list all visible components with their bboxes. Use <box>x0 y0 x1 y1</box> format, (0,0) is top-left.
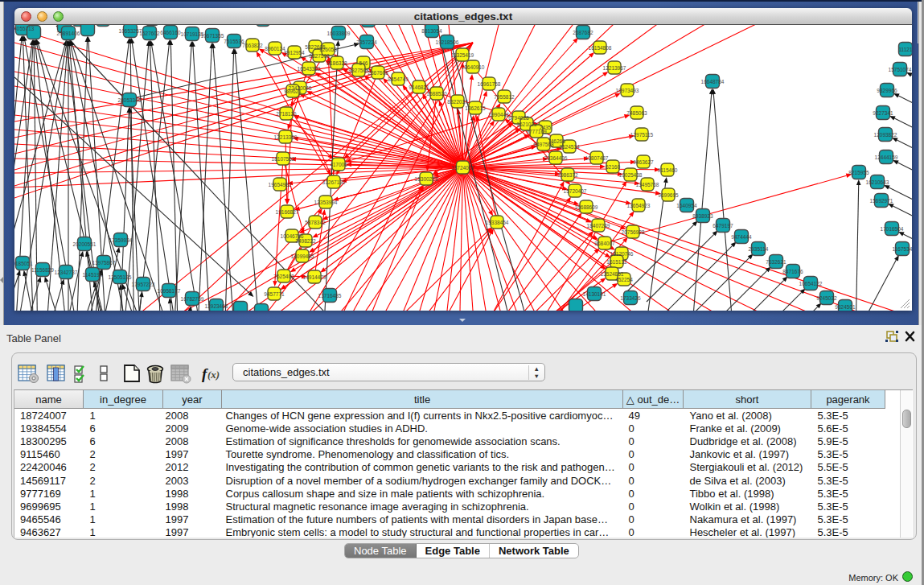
svg-text:10025438: 10025438 <box>619 172 643 178</box>
svg-text:546: 546 <box>359 60 368 66</box>
svg-text:9115460: 9115460 <box>658 167 678 173</box>
svg-text:20200551: 20200551 <box>73 241 97 247</box>
svg-text:19218506: 19218506 <box>436 39 459 45</box>
svg-text:15692971: 15692971 <box>870 198 893 204</box>
svg-text:8322037: 8322037 <box>447 99 468 105</box>
svg-text:13975867: 13975867 <box>92 260 116 266</box>
svg-text:14130141: 14130141 <box>583 291 606 297</box>
svg-text:(x): (x) <box>207 369 220 381</box>
svg-text:9777169: 9777169 <box>526 129 547 134</box>
svg-text:16154808: 16154808 <box>589 45 612 51</box>
svg-text:12342737: 12342737 <box>55 270 78 275</box>
svg-text:24055713: 24055713 <box>14 26 35 31</box>
svg-text:10807487: 10807487 <box>585 155 609 161</box>
svg-text:7955812: 7955812 <box>494 94 515 100</box>
svg-text:226058: 226058 <box>319 47 337 52</box>
svg-text:2718126: 2718126 <box>276 111 297 117</box>
svg-text:20756928: 20756928 <box>622 229 645 235</box>
svg-text:28053346: 28053346 <box>118 97 142 103</box>
svg-text:5878342: 5878342 <box>305 220 326 225</box>
svg-text:16543382: 16543382 <box>298 66 321 72</box>
svg-text:16120746: 16120746 <box>610 251 634 257</box>
svg-text:9329966: 9329966 <box>877 88 897 93</box>
svg-text:16961758: 16961758 <box>478 81 501 87</box>
svg-text:1640954: 1640954 <box>676 203 697 208</box>
svg-text:18107552: 18107552 <box>272 156 295 162</box>
svg-text:17359934: 17359934 <box>109 237 133 243</box>
svg-text:6479197: 6479197 <box>713 223 733 229</box>
svg-text:10654122: 10654122 <box>799 281 823 286</box>
svg-text:8471676: 8471676 <box>782 269 803 274</box>
svg-text:9463627: 9463627 <box>633 159 654 165</box>
svg-text:7625402: 7625402 <box>273 274 294 279</box>
svg-text:7357224: 7357224 <box>356 39 377 45</box>
svg-text:6794028: 6794028 <box>508 115 529 121</box>
svg-text:31267130: 31267130 <box>322 179 346 185</box>
svg-text:1362615: 1362615 <box>465 105 486 111</box>
svg-text:16782759: 16782759 <box>181 296 204 302</box>
svg-text:10958177: 10958177 <box>158 288 181 294</box>
svg-text:12213967: 12213967 <box>603 65 626 71</box>
svg-text:1145194: 1145194 <box>83 272 103 278</box>
svg-text:18407249: 18407249 <box>587 223 610 229</box>
svg-text:15751074: 15751074 <box>889 67 912 72</box>
svg-text:20891406: 20891406 <box>57 31 80 36</box>
svg-text:16033809: 16033809 <box>327 31 351 36</box>
svg-text:1990448: 1990448 <box>488 112 509 117</box>
svg-text:8813054: 8813054 <box>421 28 442 34</box>
svg-text:7632621: 7632621 <box>766 259 786 265</box>
svg-text:17957223: 17957223 <box>132 282 155 287</box>
svg-text:8186328: 8186328 <box>326 60 347 66</box>
svg-text:417006: 417006 <box>330 162 347 167</box>
svg-text:13524851: 13524851 <box>601 271 624 277</box>
svg-text:19338454: 19338454 <box>486 220 509 225</box>
svg-text:13353994: 13353994 <box>314 200 338 205</box>
svg-text:3624534: 3624534 <box>559 144 580 150</box>
svg-text:1733426: 1733426 <box>620 295 641 301</box>
svg-text:8215955: 8215955 <box>848 170 869 175</box>
svg-text:989621: 989621 <box>284 89 302 94</box>
svg-text:9684007: 9684007 <box>594 241 615 246</box>
svg-text:2367608: 2367608 <box>368 70 388 76</box>
svg-text:6497568: 6497568 <box>533 142 554 147</box>
svg-text:7986372: 7986372 <box>557 172 578 178</box>
svg-text:16648784: 16648784 <box>701 79 725 84</box>
svg-text:11156829: 11156829 <box>31 267 54 273</box>
svg-text:12093822: 12093822 <box>874 132 897 138</box>
svg-text:9457771: 9457771 <box>264 291 285 297</box>
svg-text:19654982: 19654982 <box>269 182 292 187</box>
svg-text:9227341: 9227341 <box>873 110 893 116</box>
svg-text:8938923: 8938923 <box>692 213 713 219</box>
svg-text:9474444: 9474444 <box>731 234 752 240</box>
svg-text:9699695: 9699695 <box>658 192 679 198</box>
svg-text:452254: 452254 <box>615 277 633 282</box>
svg-text:1615132: 1615132 <box>606 259 627 265</box>
svg-text:12975115: 12975115 <box>630 132 654 138</box>
svg-text:12213369: 12213369 <box>274 134 298 140</box>
svg-text:10671355: 10671355 <box>201 33 224 39</box>
svg-text:1621022: 1621022 <box>516 122 537 127</box>
svg-text:17016504: 17016504 <box>881 226 904 232</box>
svg-text:9146821: 9146821 <box>409 84 429 90</box>
svg-text:20364436: 20364436 <box>544 155 568 161</box>
svg-text:13495768: 13495768 <box>636 182 659 187</box>
svg-text:8454749: 8454749 <box>388 76 409 82</box>
svg-text:16210643: 16210643 <box>866 179 889 185</box>
svg-text:14099485: 14099485 <box>291 253 314 259</box>
svg-text:7485063: 7485063 <box>626 110 647 116</box>
svg-text:15720407: 15720407 <box>564 188 587 194</box>
svg-text:13716485: 13716485 <box>318 293 342 299</box>
svg-text:7515536: 7515536 <box>224 39 244 44</box>
svg-text:18724007: 18724007 <box>451 165 474 171</box>
svg-text:15300273: 15300273 <box>415 176 438 182</box>
svg-text:13654923: 13654923 <box>627 203 651 208</box>
svg-text:12444159: 12444159 <box>875 154 898 160</box>
svg-text:9185051: 9185051 <box>14 261 33 266</box>
svg-text:3498222: 3498222 <box>295 238 316 244</box>
svg-text:62160: 62160 <box>606 164 620 170</box>
svg-text:10688609: 10688609 <box>575 204 598 210</box>
svg-text:9324501: 9324501 <box>835 304 856 310</box>
svg-text:19166827: 19166827 <box>276 209 299 215</box>
svg-text:7663822: 7663822 <box>242 43 263 48</box>
svg-text:14914479: 14914479 <box>303 274 326 280</box>
